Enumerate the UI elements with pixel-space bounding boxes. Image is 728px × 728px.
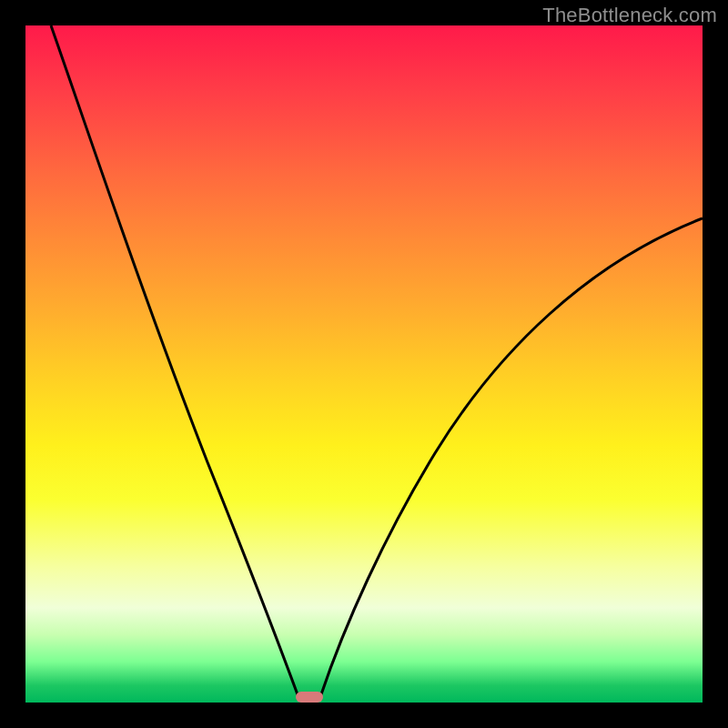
left-curve [51,25,298,697]
right-curve [320,218,703,697]
chart-frame: TheBottleneck.com [0,0,728,728]
watermark-text: TheBottleneck.com [542,4,717,27]
bottleneck-marker [296,692,323,703]
curve-layer [25,25,703,703]
plot-area [25,25,703,703]
